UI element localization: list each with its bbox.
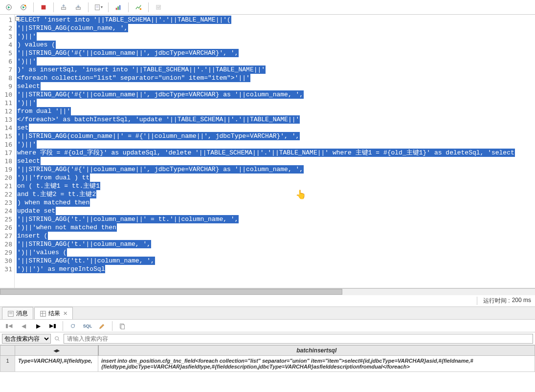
first-row-button[interactable]: ▮◀ (2, 320, 16, 332)
sql-editor[interactable]: 1234567891011121314151617181920212223242… (0, 15, 535, 288)
runtime-value: 200 ms (512, 297, 531, 305)
search-row: 包含搜索内容 (0, 332, 535, 345)
code-line[interactable]: select (17, 82, 533, 90)
code-line[interactable]: '||STRING_AGG('#{'||column_name||', jdbc… (17, 49, 533, 57)
separator (88, 2, 89, 12)
tab-label: 结果 (48, 309, 60, 318)
editor-hscroll[interactable] (0, 288, 535, 295)
code-line[interactable]: ')||' (17, 57, 533, 65)
code-line[interactable]: '||STRING_AGG(column_name, ', (17, 24, 533, 32)
svg-marker-1 (8, 6, 10, 8)
code-line[interactable]: ) when matched then (17, 198, 533, 207)
separator (128, 2, 129, 12)
svg-point-24 (55, 336, 59, 340)
tab-label: 消息 (16, 309, 28, 318)
export-button[interactable] (57, 1, 70, 13)
fold-marker[interactable]: − (15, 17, 20, 21)
cell-col2[interactable]: insert into dm_position.cfg_tnc_field<fo… (98, 356, 535, 372)
search-icon (54, 335, 61, 342)
separator (108, 2, 109, 12)
separator (112, 321, 112, 331)
svg-rect-6 (62, 7, 66, 9)
code-line[interactable]: ')||'values ( (17, 248, 533, 257)
results-toolbar: ▮◀ ◀ ▶ ▶▮ SQL (0, 320, 535, 332)
separator (53, 2, 54, 12)
svg-rect-23 (121, 325, 124, 329)
code-line[interactable]: update set (17, 207, 533, 215)
code-line[interactable]: '||STRING_AGG('t.'||column_name||' = tt.… (17, 215, 533, 223)
code-line[interactable]: where 字段 = #{old_字段}' as updateSql, 'del… (17, 149, 533, 157)
separator (33, 2, 34, 12)
analyze-button[interactable] (132, 1, 145, 13)
lock-button[interactable] (152, 1, 165, 13)
svg-point-14 (140, 8, 142, 10)
svg-rect-11 (116, 7, 117, 9)
line-gutter: 1234567891011121314151617181920212223242… (0, 15, 15, 288)
close-icon[interactable]: ✕ (63, 310, 67, 317)
refresh-button[interactable] (66, 320, 80, 332)
svg-rect-15 (156, 5, 161, 9)
code-line[interactable]: insert ( (17, 232, 533, 240)
svg-rect-7 (76, 7, 81, 9)
code-line[interactable]: ')||'from dual ) tt (17, 174, 533, 182)
code-line[interactable]: <foreach collection="list" separator="un… (17, 74, 533, 82)
code-line[interactable]: </foreach>' as batchInsertSql, 'update '… (17, 115, 533, 124)
message-icon (7, 310, 14, 317)
code-area[interactable]: SELECT 'insert into '||TABLE_SCHEMA||'.'… (15, 15, 535, 288)
code-line[interactable]: '||STRING_AGG('#{'||column_name||', jdbc… (17, 165, 533, 174)
search-input[interactable] (64, 334, 533, 344)
import-button[interactable] (71, 1, 85, 13)
execute-button[interactable] (2, 1, 16, 13)
tab-results[interactable]: 结果 ✕ (34, 307, 73, 319)
execute-new-button[interactable] (17, 1, 30, 13)
code-line[interactable]: '||STRING_AGG(column_name||' = #{'||colu… (17, 132, 533, 140)
last-row-button[interactable]: ▶▮ (46, 320, 60, 332)
runtime-label: 运行时间 : (483, 297, 510, 305)
copy-button[interactable] (115, 320, 129, 332)
row-number: 1 (0, 356, 15, 372)
svg-rect-13 (119, 5, 121, 10)
separator (148, 2, 149, 12)
code-line[interactable]: ')||'when not matched then (17, 223, 533, 232)
code-line[interactable]: set (17, 124, 533, 132)
results-grid[interactable]: ◂▸ batchinsertsql 1 Type=VARCHAR},#{fiel… (0, 345, 535, 372)
grid-icon (40, 310, 46, 317)
table-row[interactable]: 1 Type=VARCHAR},#{fieldtype, insert into… (0, 356, 535, 372)
script-button[interactable]: ▾ (91, 1, 105, 13)
code-line[interactable]: from dual '||' (17, 107, 533, 115)
code-line[interactable]: SELECT 'insert into '||TABLE_SCHEMA||'.'… (17, 16, 533, 24)
col1-header[interactable]: ◂▸ (15, 346, 98, 356)
tab-messages[interactable]: 消息 (2, 307, 33, 319)
code-line[interactable]: '||STRING_AGG('t.'||column_name, ', (17, 240, 533, 248)
code-line[interactable]: '||STRING_AGG('#{'||column_name||', jdbc… (17, 90, 533, 99)
main-toolbar: ▾ (0, 0, 535, 15)
code-line[interactable]: ')||')' as mergeIntoSql (17, 265, 533, 273)
code-line[interactable]: ')||' (17, 140, 533, 149)
cell-col1[interactable]: Type=VARCHAR},#{fieldtype, (15, 356, 98, 372)
sql-button[interactable]: SQL (81, 320, 94, 332)
code-line[interactable]: ')||' (17, 99, 533, 107)
prev-row-button[interactable]: ◀ (17, 320, 30, 332)
svg-point-4 (24, 4, 26, 6)
svg-marker-3 (22, 6, 24, 8)
svg-rect-5 (42, 5, 46, 9)
stop-button[interactable] (37, 1, 50, 13)
results-tabs: 消息 结果 ✕ (0, 307, 535, 320)
code-line[interactable]: and t.主键2 = tt.主键2 (17, 190, 533, 198)
next-row-button[interactable]: ▶ (31, 320, 45, 332)
code-line[interactable]: select (17, 157, 533, 165)
code-line[interactable]: ) values ( (17, 41, 533, 49)
chart-button[interactable] (111, 1, 125, 13)
search-mode-select[interactable]: 包含搜索内容 (2, 334, 51, 344)
col2-header[interactable]: batchinsertsql (98, 346, 535, 356)
results-grid-wrap: ◂▸ batchinsertsql 1 Type=VARCHAR},#{fiel… (0, 345, 535, 392)
svg-line-25 (58, 339, 60, 341)
grid-header-row: ◂▸ batchinsertsql (0, 346, 535, 356)
code-line[interactable]: ')||' (17, 32, 533, 41)
code-line[interactable]: )' as insertSql, 'insert into '||TABLE_S… (17, 65, 533, 74)
code-line[interactable]: on ( t.主键1 = tt.主键1 (17, 182, 533, 190)
code-line[interactable]: '||STRING_AGG('tt.'||column_name, ', (17, 257, 533, 265)
rownum-header (0, 346, 15, 356)
edit-button[interactable] (95, 320, 109, 332)
status-bar: 运行时间 : 200 ms (0, 295, 535, 307)
